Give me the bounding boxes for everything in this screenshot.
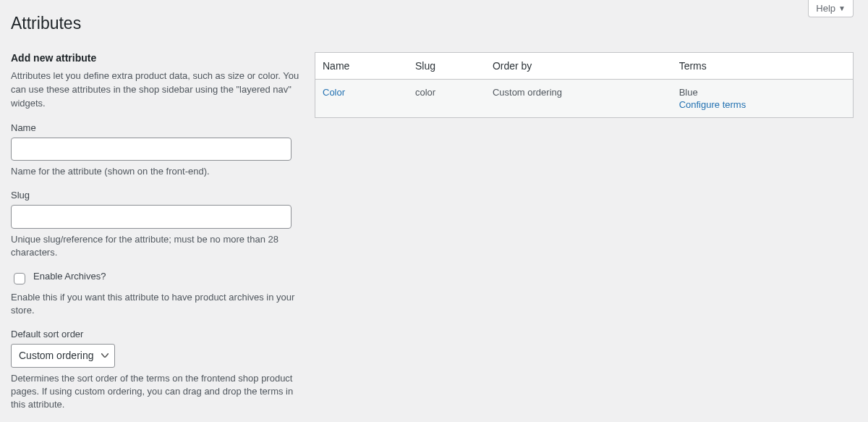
form-heading: Add new attribute xyxy=(11,52,300,64)
attributes-table: Name Slug Order by Terms Color color Cus… xyxy=(315,52,854,118)
col-slug: Slug xyxy=(408,53,485,80)
name-hint: Name for the attribute (shown on the fro… xyxy=(11,165,300,178)
attribute-orderby: Custom ordering xyxy=(485,80,672,118)
slug-label: Slug xyxy=(11,190,300,201)
sort-label: Default sort order xyxy=(11,329,300,339)
help-label: Help xyxy=(816,3,835,14)
page-title: Attributes xyxy=(11,7,854,36)
caret-down-icon: ▼ xyxy=(838,4,846,12)
slug-input[interactable] xyxy=(11,205,292,228)
slug-hint: Unique slug/reference for the attribute;… xyxy=(11,233,300,259)
name-input[interactable] xyxy=(11,138,292,161)
sort-order-select[interactable]: Custom ordering xyxy=(11,344,115,367)
help-button[interactable]: Help ▼ xyxy=(808,0,854,17)
attribute-terms: Blue xyxy=(679,87,846,98)
archives-hint: Enable this if you want this attribute t… xyxy=(11,291,300,317)
add-attribute-form: Add new attribute Attributes let you def… xyxy=(11,52,300,422)
col-orderby: Order by xyxy=(485,53,672,80)
form-intro: Attributes let you define extra product … xyxy=(11,69,300,111)
enable-archives-checkbox[interactable] xyxy=(14,273,25,284)
configure-terms-link[interactable]: Configure terms xyxy=(679,99,846,110)
table-row: Color color Custom ordering Blue Configu… xyxy=(315,80,854,118)
attribute-slug: color xyxy=(408,80,485,118)
col-terms: Terms xyxy=(672,53,854,80)
enable-archives-label: Enable Archives? xyxy=(33,271,106,282)
attribute-name-link[interactable]: Color xyxy=(323,87,345,98)
sort-hint: Determines the sort order of the terms o… xyxy=(11,372,300,412)
name-label: Name xyxy=(11,122,300,133)
col-name: Name xyxy=(315,53,408,80)
